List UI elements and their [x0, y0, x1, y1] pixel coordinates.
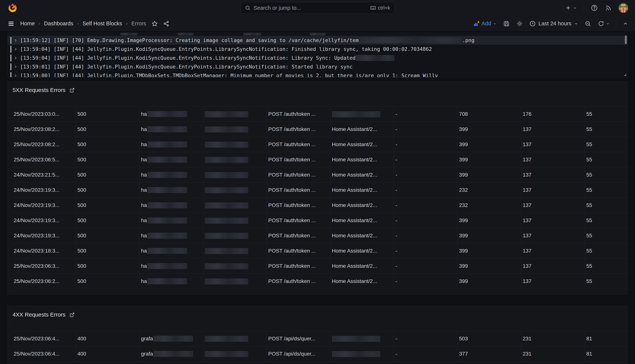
redaction-box	[147, 278, 187, 284]
column-header[interactable]	[458, 323, 521, 331]
column-header[interactable]	[203, 98, 267, 106]
expand-chevron-icon[interactable]	[14, 56, 18, 60]
panel-resize-handle[interactable]	[623, 73, 626, 76]
log-row[interactable]: [13:59:04] [INF] [44] Jellyfin.Plugin.Ko…	[8, 54, 627, 62]
column-header[interactable]	[521, 323, 585, 331]
column-header[interactable]	[521, 98, 585, 106]
redaction-box	[243, 33, 261, 36]
scrollbar-thumb[interactable]	[625, 36, 627, 44]
cell-remote-addr	[203, 274, 267, 289]
collapse-controls-button[interactable]	[622, 21, 628, 26]
redaction-box	[205, 142, 248, 148]
cell-request-length: 232	[458, 198, 521, 213]
column-header[interactable]	[330, 98, 394, 106]
mega-menu-toggle[interactable]	[8, 20, 15, 27]
cell-status: 500	[76, 122, 140, 137]
column-header[interactable]	[140, 323, 203, 331]
column-header[interactable]	[76, 98, 140, 106]
table-row: 25/Nov/2023:08:2... 500 ha POST /auth/to…	[12, 137, 629, 152]
column-header[interactable]	[267, 98, 330, 106]
redaction-box	[147, 218, 187, 224]
share-icon[interactable]	[163, 20, 170, 27]
column-header[interactable]	[585, 323, 629, 331]
cell-body-bytes-sent: 55	[585, 198, 629, 213]
star-icon[interactable]	[152, 20, 158, 27]
add-panel-button[interactable]: Add	[473, 20, 497, 27]
cell-body-bytes-sent: 55	[585, 258, 629, 274]
breadcrumb-dashboards[interactable]: Dashboards	[44, 20, 73, 27]
news-button[interactable]	[604, 4, 612, 12]
breadcrumb-separator: ›	[77, 21, 79, 26]
column-header[interactable]	[330, 323, 394, 331]
column-header[interactable]	[12, 98, 76, 106]
panel-title: 5XX Requests Errors	[12, 87, 66, 93]
cell-body-bytes-sent: 55	[585, 167, 629, 182]
redaction-box	[205, 111, 248, 117]
column-header[interactable]	[203, 323, 267, 331]
cell-remote-user: -	[394, 331, 458, 346]
column-header[interactable]	[458, 98, 521, 106]
column-header[interactable]	[12, 323, 76, 331]
cell-bytes-sent: 137	[521, 152, 585, 167]
cell-status: 500	[76, 243, 140, 258]
cell-server-name: grafa	[140, 346, 203, 362]
chevron-down-icon	[606, 22, 610, 26]
cell-body-bytes-sent: 55	[585, 152, 629, 167]
breadcrumb-home[interactable]: Home	[20, 20, 35, 27]
avatar-image	[618, 3, 628, 13]
breadcrumb: Home › Dashboards › Self Host Blocks › E…	[20, 20, 146, 27]
new-menu-button[interactable]	[565, 5, 577, 11]
cell-body-bytes-sent: 81	[585, 331, 629, 346]
grafana-logo-icon[interactable]	[8, 3, 18, 13]
expand-chevron-icon[interactable]	[14, 65, 18, 69]
cell-request-length: 399	[458, 213, 521, 228]
cell-time-local: 24/Nov/2023:19:3...	[12, 213, 76, 228]
cell-bytes-sent: 137	[521, 182, 585, 198]
column-header[interactable]	[140, 98, 203, 106]
cell-server-name: ha	[140, 137, 203, 152]
redaction-box	[147, 142, 187, 148]
column-header[interactable]	[394, 323, 458, 331]
table-row: 25/Nov/2023:06:5... 500 ha POST /auth/to…	[12, 152, 629, 167]
log-row[interactable]: [13:59:12] [INF] [70] Emby.Drawing.Image…	[8, 36, 627, 45]
column-header[interactable]	[76, 323, 140, 331]
plus-icon	[565, 5, 572, 11]
external-link-icon[interactable]	[69, 88, 75, 93]
column-header[interactable]	[585, 98, 629, 106]
log-level-bar	[10, 46, 12, 52]
column-header[interactable]	[267, 323, 330, 331]
time-range-picker[interactable]: Last 24 hours	[529, 20, 578, 27]
refresh-button[interactable]	[598, 20, 610, 27]
log-row[interactable]: [13:59:04] [INF] [44] Jellyfin.Plugin.Ko…	[8, 45, 627, 54]
cell-user-agent: Home Assistant/2...	[330, 167, 394, 182]
cell-status: 400	[76, 331, 140, 346]
expand-chevron-icon[interactable]	[14, 74, 18, 78]
cell-user-agent: Home Assistant/2...	[330, 228, 394, 243]
cell-request-length: 399	[458, 122, 521, 137]
search-placeholder: Search or jump to...	[254, 5, 367, 11]
breadcrumb-folder[interactable]: Self Host Blocks	[82, 20, 122, 27]
external-link-icon[interactable]	[69, 312, 75, 318]
expand-chevron-icon[interactable]	[14, 38, 18, 42]
column-header[interactable]	[394, 98, 458, 106]
search-input[interactable]: Search or jump to... ctrl+k	[240, 2, 394, 14]
cell-bytes-sent: 176	[521, 106, 585, 122]
cell-request-length: 399	[458, 152, 521, 167]
zoom-out-time-button[interactable]	[584, 20, 591, 27]
table-row: 25/Nov/2023:06:4... 400 grafa POST /api/…	[12, 346, 629, 362]
save-icon	[503, 20, 510, 27]
logs-panel: [13:59:12] [INF] [70] Emby.Drawing.Image…	[8, 33, 628, 77]
log-row[interactable]: [13:59:00] [INF] [44] Jellyfin.Plugin.TM…	[8, 71, 627, 77]
help-button[interactable]	[591, 4, 598, 12]
cell-status: 500	[76, 258, 140, 274]
cell-body-bytes-sent: 55	[585, 137, 629, 152]
log-level-bar	[10, 37, 12, 44]
user-avatar[interactable]	[618, 3, 628, 13]
expand-chevron-icon[interactable]	[14, 47, 18, 51]
dashboard-settings-button[interactable]	[516, 20, 523, 27]
log-row[interactable]: [13:59:01] [INF] [44] Jellyfin.Plugin.Ko…	[8, 62, 627, 71]
cell-remote-user: -	[394, 346, 458, 362]
gear-icon	[516, 20, 523, 27]
table-4xx: 25/Nov/2023:06:4... 400 grafa POST /api/…	[12, 323, 629, 362]
save-dashboard-button[interactable]	[503, 20, 510, 27]
